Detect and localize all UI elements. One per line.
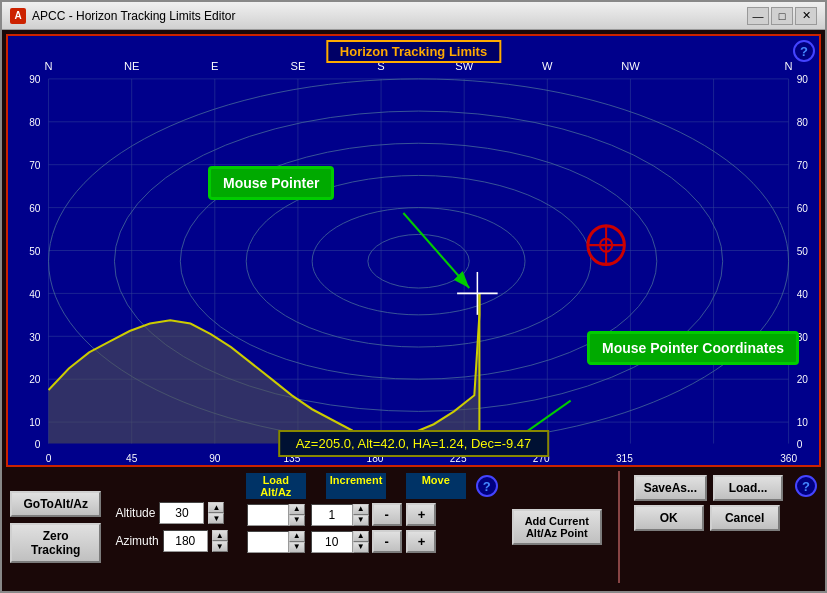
svg-text:60: 60: [29, 203, 40, 214]
svg-text:90: 90: [209, 453, 220, 464]
altitude-down-button[interactable]: ▼: [208, 513, 224, 524]
azimuth-input[interactable]: [163, 530, 208, 552]
svg-text:40: 40: [29, 288, 40, 299]
titlebar: A APCC - Horizon Tracking Limits Editor …: [2, 2, 825, 30]
section-headers: Load Alt/Az Increment Move: [246, 473, 466, 499]
move-row1: - +: [374, 503, 434, 526]
load-az-spinners: ▲ ▼: [289, 531, 305, 553]
mouse-coords-tooltip: Mouse Pointer Coordinates: [587, 331, 799, 365]
altitude-input-group: Altitude ▲ ▼: [115, 502, 227, 524]
increment-row2: ▲ ▼: [310, 531, 370, 553]
increment1-up[interactable]: ▲: [353, 504, 369, 515]
svg-text:90: 90: [29, 74, 40, 85]
altitude-input[interactable]: [159, 502, 204, 524]
add-current-point-button[interactable]: Add Current Alt/Az Point: [512, 509, 602, 545]
svg-text:20: 20: [797, 374, 808, 385]
azimuth-spinners: ▲ ▼: [212, 530, 228, 552]
increment2-down[interactable]: ▼: [353, 542, 369, 553]
controls-help-button[interactable]: ?: [476, 475, 498, 497]
move-minus-1-button[interactable]: -: [372, 503, 402, 526]
minimize-button[interactable]: —: [747, 7, 769, 25]
row2-inputs: ▲ ▼ ▲ ▼ - +: [246, 530, 466, 553]
svg-text:60: 60: [797, 203, 808, 214]
azimuth-label: Azimuth: [115, 534, 158, 548]
alt-az-inputs: Altitude ▲ ▼ Azimuth ▲ ▼: [107, 471, 235, 583]
svg-text:40: 40: [797, 288, 808, 299]
window-title: APCC - Horizon Tracking Limits Editor: [32, 9, 747, 23]
svg-text:N: N: [45, 60, 53, 72]
increment-header: Increment: [326, 473, 386, 499]
chart-svg: N NE E SE S SW W NW N 90 80 70 60 50 40 …: [8, 36, 819, 465]
svg-text:SE: SE: [290, 60, 305, 72]
load-alt-input[interactable]: [247, 504, 289, 526]
increment-row1: ▲ ▼: [310, 504, 370, 526]
load-az-up[interactable]: ▲: [289, 531, 305, 542]
svg-text:50: 50: [29, 246, 40, 257]
coordinates-display: Az=205.0, Alt=42.0, HA=1.24, Dec=-9.47: [278, 430, 550, 457]
svg-text:20: 20: [29, 374, 40, 385]
goto-altaz-button[interactable]: GoToAlt/Az: [10, 491, 101, 517]
right-buttons-section: SaveAs... Load... OK Cancel: [628, 471, 789, 583]
svg-text:70: 70: [29, 160, 40, 171]
move-row2: - +: [374, 530, 434, 553]
altitude-up-button[interactable]: ▲: [208, 502, 224, 513]
increment2-spinners: ▲ ▼: [353, 531, 369, 553]
svg-text:10: 10: [29, 417, 40, 428]
svg-text:0: 0: [797, 439, 803, 450]
increment1-input[interactable]: [311, 504, 353, 526]
top-right-row: SaveAs... Load...: [634, 475, 783, 501]
svg-text:NW: NW: [621, 60, 640, 72]
svg-text:NE: NE: [124, 60, 140, 72]
svg-text:0: 0: [35, 439, 41, 450]
load-alt-down[interactable]: ▼: [289, 515, 305, 526]
chart-title: Horizon Tracking Limits: [326, 40, 501, 63]
azimuth-input-group: Azimuth ▲ ▼: [115, 530, 227, 552]
load-alt-spinners: ▲ ▼: [289, 504, 305, 526]
cancel-button[interactable]: Cancel: [710, 505, 780, 531]
svg-text:N: N: [785, 60, 793, 72]
move-minus-2-button[interactable]: -: [372, 530, 402, 553]
chart-help-button[interactable]: ?: [793, 40, 815, 62]
svg-text:360: 360: [780, 453, 797, 464]
svg-text:30: 30: [29, 331, 40, 342]
chart-container[interactable]: Horizon Tracking Limits ?: [6, 34, 821, 467]
save-as-button[interactable]: SaveAs...: [634, 475, 707, 501]
svg-text:315: 315: [616, 453, 633, 464]
zero-tracking-button[interactable]: Zero Tracking: [10, 523, 101, 563]
right-help-button[interactable]: ?: [795, 475, 817, 497]
svg-text:70: 70: [797, 160, 808, 171]
move-plus-2-button[interactable]: +: [406, 530, 436, 553]
row1-inputs: ▲ ▼ ▲ ▼ - +: [246, 503, 466, 526]
maximize-button[interactable]: □: [771, 7, 793, 25]
svg-text:0: 0: [46, 453, 52, 464]
bottom-right-row: OK Cancel: [634, 505, 783, 531]
increment1-down[interactable]: ▼: [353, 515, 369, 526]
svg-text:80: 80: [797, 117, 808, 128]
load-row2: ▲ ▼: [246, 531, 306, 553]
controls-row: GoToAlt/Az Zero Tracking Altitude ▲ ▼: [10, 471, 817, 583]
svg-text:E: E: [211, 60, 219, 72]
load-altaz-header: Load Alt/Az: [246, 473, 306, 499]
ok-button[interactable]: OK: [634, 505, 704, 531]
azimuth-down-button[interactable]: ▼: [212, 541, 228, 552]
main-area: Horizon Tracking Limits ?: [2, 30, 825, 591]
azimuth-up-button[interactable]: ▲: [212, 530, 228, 541]
load-increment-section: Load Alt/Az Increment Move ▲ ▼: [242, 471, 470, 583]
help-section-right: ?: [795, 471, 817, 583]
divider: [618, 471, 620, 583]
close-button[interactable]: ✕: [795, 7, 817, 25]
app-icon: A: [10, 8, 26, 24]
titlebar-buttons: — □ ✕: [747, 7, 817, 25]
load-az-input[interactable]: [247, 531, 289, 553]
svg-text:45: 45: [126, 453, 137, 464]
load-button[interactable]: Load...: [713, 475, 783, 501]
load-alt-up[interactable]: ▲: [289, 504, 305, 515]
add-point-section: Add Current Alt/Az Point: [504, 471, 610, 583]
mouse-pointer-tooltip: Mouse Pointer: [208, 166, 334, 200]
increment2-up[interactable]: ▲: [353, 531, 369, 542]
increment2-input[interactable]: [311, 531, 353, 553]
load-az-down[interactable]: ▼: [289, 542, 305, 553]
svg-text:10: 10: [797, 417, 808, 428]
move-plus-1-button[interactable]: +: [406, 503, 436, 526]
altitude-spinners: ▲ ▼: [208, 502, 224, 524]
